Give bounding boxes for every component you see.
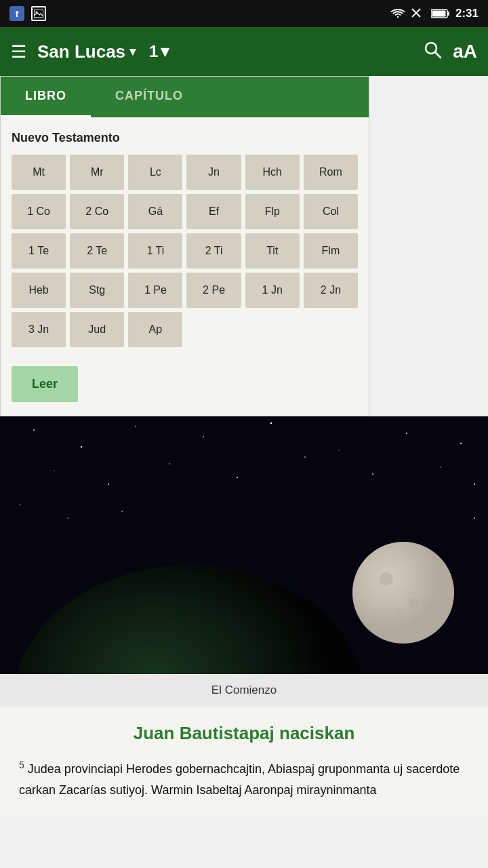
wifi-icon xyxy=(390,8,405,19)
book-2ti[interactable]: 2 Ti xyxy=(186,233,241,269)
svg-point-23 xyxy=(372,473,373,475)
search-button[interactable] xyxy=(423,40,442,64)
chapter-selector[interactable]: 1 ▾ xyxy=(149,42,169,61)
book-2co[interactable]: 2 Co xyxy=(70,194,124,229)
svg-point-10 xyxy=(33,429,35,431)
leer-button[interactable]: Leer xyxy=(12,366,78,402)
book-dropdown-panel: LIBRO CAPÍTULO Nuevo Testamento Mt Mr Lc… xyxy=(0,76,369,416)
image-caption: El Comienzo xyxy=(0,674,488,707)
verse-5-number: 5 xyxy=(19,760,24,770)
status-left-icons: f xyxy=(9,6,46,21)
chapter-title: Juan Bautistapaj naciskan xyxy=(19,723,469,744)
book-3jn[interactable]: 3 Jn xyxy=(12,312,66,347)
content-area: El Comienzo Juan Bautistapaj naciskan 5 … xyxy=(0,416,488,816)
book-dropdown-arrow: ▾ xyxy=(129,44,136,59)
book-ef[interactable]: Ef xyxy=(186,194,241,229)
svg-point-33 xyxy=(352,542,454,644)
status-bar: f 2:31 xyxy=(0,0,488,27)
tab-capitulo[interactable]: CAPÍTULO xyxy=(91,77,207,117)
svg-point-35 xyxy=(409,598,418,608)
book-lc[interactable]: Lc xyxy=(128,155,182,190)
svg-point-15 xyxy=(338,450,340,451)
book-stg[interactable]: Stg xyxy=(70,273,124,308)
svg-point-12 xyxy=(135,426,136,427)
book-1pe[interactable]: 1 Pe xyxy=(128,273,182,308)
space-image xyxy=(0,416,488,674)
font-size-button[interactable]: aA xyxy=(453,41,477,62)
testament-title: Nuevo Testamento xyxy=(12,131,358,145)
svg-point-18 xyxy=(54,470,55,471)
book-jud[interactable]: Jud xyxy=(70,312,124,347)
toolbar: ☰ San Lucas ▾ 1 ▾ aA xyxy=(0,27,488,76)
panel-tabs: LIBRO CAPÍTULO xyxy=(1,77,369,117)
book-1jn[interactable]: 1 Jn xyxy=(245,273,300,308)
book-ap[interactable]: Ap xyxy=(128,312,182,347)
svg-point-16 xyxy=(406,433,407,434)
book-rom[interactable]: Rom xyxy=(304,155,358,190)
svg-point-14 xyxy=(270,422,272,424)
book-2te[interactable]: 2 Te xyxy=(70,233,124,269)
book-1te[interactable]: 1 Te xyxy=(12,233,66,269)
book-empty-1 xyxy=(186,312,241,347)
panel-content: Nuevo Testamento Mt Mr Lc Jn Hch Rom 1 C… xyxy=(1,117,369,416)
svg-point-17 xyxy=(460,443,462,444)
svg-point-26 xyxy=(20,504,21,505)
book-hch[interactable]: Hch xyxy=(245,155,300,190)
signal-cross-icon xyxy=(411,7,426,20)
svg-rect-5 xyxy=(447,12,449,16)
svg-point-11 xyxy=(81,446,82,448)
book-flp[interactable]: Flp xyxy=(245,194,300,229)
facebook-icon: f xyxy=(9,6,24,21)
book-mr[interactable]: Mr xyxy=(70,155,124,190)
verse-5: 5 Judea provinciapi Herodes gobernachcaj… xyxy=(19,757,469,800)
book-flm[interactable]: Flm xyxy=(304,233,358,269)
svg-point-24 xyxy=(440,467,441,468)
svg-point-13 xyxy=(203,436,204,437)
svg-point-34 xyxy=(380,572,393,586)
svg-point-29 xyxy=(474,517,475,519)
time-display: 2:31 xyxy=(455,7,479,20)
book-mt[interactable]: Mt xyxy=(12,155,66,190)
svg-rect-6 xyxy=(432,11,445,17)
book-jn[interactable]: Jn xyxy=(186,155,241,190)
svg-point-21 xyxy=(237,477,238,478)
svg-point-22 xyxy=(304,456,306,458)
svg-point-20 xyxy=(169,463,170,465)
books-grid: Mt Mr Lc Jn Hch Rom 1 Co 2 Co Gá Ef Flp … xyxy=(12,155,358,347)
book-title: San Lucas xyxy=(37,41,125,62)
svg-point-28 xyxy=(121,511,123,512)
svg-point-19 xyxy=(108,484,109,485)
menu-button[interactable]: ☰ xyxy=(11,41,26,62)
svg-line-8 xyxy=(435,52,441,58)
chapter-number: 1 xyxy=(149,42,158,61)
status-right-icons: 2:31 xyxy=(390,7,479,20)
chapter-dropdown-arrow: ▾ xyxy=(161,42,169,61)
book-1co[interactable]: 1 Co xyxy=(12,194,66,229)
svg-point-27 xyxy=(67,517,68,519)
battery-icon xyxy=(431,8,450,19)
image-icon xyxy=(31,6,46,21)
book-empty-2 xyxy=(245,312,300,347)
book-1ti[interactable]: 1 Ti xyxy=(128,233,182,269)
book-empty-3 xyxy=(304,312,358,347)
book-2pe[interactable]: 2 Pe xyxy=(186,273,241,308)
book-selector[interactable]: San Lucas ▾ xyxy=(37,41,136,62)
book-heb[interactable]: Heb xyxy=(12,273,66,308)
book-tit[interactable]: Tit xyxy=(245,233,300,269)
svg-point-25 xyxy=(474,484,475,485)
verse-5-text: Judea provinciapi Herodes gobernachcajti… xyxy=(19,762,460,797)
book-2jn[interactable]: 2 Jn xyxy=(304,273,358,308)
svg-rect-0 xyxy=(34,9,43,18)
svg-point-36 xyxy=(396,610,403,616)
space-scene-svg xyxy=(0,416,488,674)
bible-text: Juan Bautistapaj naciskan 5 Judea provin… xyxy=(0,707,488,816)
book-col[interactable]: Col xyxy=(304,194,358,229)
tab-libro[interactable]: LIBRO xyxy=(1,77,91,117)
book-ga[interactable]: Gá xyxy=(128,194,182,229)
